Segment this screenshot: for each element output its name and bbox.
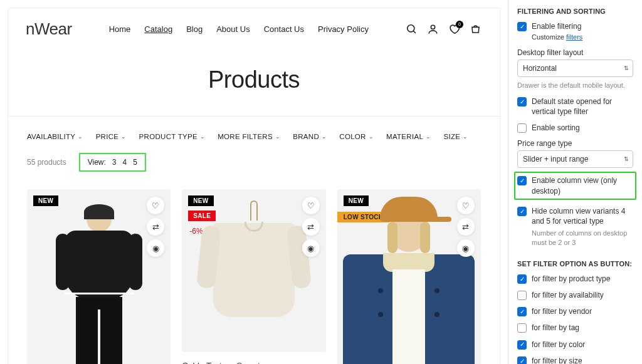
filter-bar: AVAILABILITY⌄ PRICE⌄ PRODUCT TYPE⌄ MORE … (8, 116, 500, 180)
product-card[interactable]: NEW ♡ ⇄ ◉ (27, 189, 171, 364)
setting-filter-tag[interactable]: for filter by tag (517, 323, 633, 333)
compare-icon[interactable]: ⇄ (302, 218, 320, 236)
product-count: 55 products (27, 158, 66, 167)
brand-logo[interactable]: nWear (26, 19, 72, 39)
quickview-icon[interactable]: ◉ (457, 239, 475, 257)
view-5[interactable]: 5 (133, 158, 137, 167)
chevron-down-icon: ⌄ (200, 133, 205, 140)
new-badge: NEW (188, 195, 213, 206)
checkbox-unchecked-icon[interactable] (517, 291, 527, 300)
svg-point-0 (408, 25, 414, 32)
wishlist-icon[interactable]: ♡ (147, 197, 164, 214)
view-3[interactable]: 3 (112, 158, 117, 167)
quickview-icon[interactable]: ◉ (302, 239, 320, 257)
nav-blog[interactable]: Blog (186, 24, 203, 34)
compare-icon[interactable]: ⇄ (457, 218, 475, 236)
product-image: NEW LOW STOCK ♡ (337, 189, 481, 364)
quickview-icon[interactable]: ◉ (147, 239, 164, 257)
section-title: FILTERING AND SORTING (517, 8, 633, 15)
nav-home[interactable]: Home (109, 24, 131, 34)
filter-material[interactable]: MATERIAL⌄ (386, 133, 431, 140)
compare-icon[interactable]: ⇄ (147, 218, 164, 236)
setting-filter-color[interactable]: ✓for filter by color (517, 340, 633, 350)
filter-price[interactable]: PRICE⌄ (96, 133, 127, 140)
filter-availability[interactable]: AVAILABILITY⌄ (27, 133, 83, 140)
chevron-down-icon: ⌄ (426, 133, 431, 140)
wishlist-icon[interactable]: ♡ (457, 197, 475, 214)
checkbox-unchecked-icon[interactable] (517, 323, 527, 333)
checkbox-checked-icon[interactable]: ✓ (517, 22, 527, 31)
view-label: View: (88, 158, 106, 167)
product-card[interactable]: NEW LOW STOCK ♡ (337, 189, 481, 364)
setting-hide-column-variants[interactable]: ✓ Hide column view variants 4 and 5 for … (517, 206, 633, 226)
chevron-down-icon: ⌄ (369, 133, 374, 140)
drawer-hint: Drawer is the default mobile layout. (517, 81, 633, 90)
product-card[interactable]: NEW SALE -6% ♡ ⇄ ◉ Cable Texture Sweater… (182, 189, 325, 364)
product-image: NEW ♡ ⇄ ◉ (27, 189, 171, 364)
filter-product-type[interactable]: PRODUCT TYPE⌄ (139, 133, 206, 140)
wishlist-icon[interactable]: 0 (448, 23, 461, 36)
wishlist-icon[interactable]: ♡ (302, 197, 320, 214)
desktop-layout-label: Desktop filter layout (517, 48, 633, 57)
view-switcher: View: 3 4 5 (79, 153, 146, 172)
product-image: NEW SALE -6% ♡ ⇄ ◉ (182, 189, 325, 352)
price-range-select[interactable]: Slider + input range (517, 150, 633, 168)
sale-badge: SALE (188, 211, 216, 221)
setting-filter-size[interactable]: ✓for filter by size (517, 356, 633, 364)
checkbox-checked-icon[interactable]: ✓ (517, 176, 527, 185)
filter-size[interactable]: SIZE⌄ (443, 133, 468, 140)
page-title: Products (8, 50, 500, 116)
product-grid: NEW ♡ ⇄ ◉ NEW (8, 180, 500, 364)
checkbox-checked-icon[interactable]: ✓ (517, 97, 527, 107)
highlighted-setting: ✓ Enable column view (only desktop) (514, 172, 636, 199)
settings-panel[interactable]: FILTERING AND SORTING ✓ Enable filtering… (508, 0, 642, 364)
wishlist-count: 0 (456, 21, 463, 28)
desktop-layout-select[interactable]: Horizontal (517, 60, 633, 77)
svg-point-2 (431, 25, 435, 29)
chevron-down-icon: ⌄ (121, 133, 126, 140)
filter-color[interactable]: COLOR⌄ (339, 133, 374, 140)
filter-more[interactable]: MORE FILTERS⌄ (218, 133, 280, 140)
nav-contact[interactable]: Contact Us (264, 24, 304, 34)
checkbox-checked-icon[interactable]: ✓ (517, 356, 527, 364)
section-title: SET FILTER OPTION AS BUTTON: (517, 260, 633, 268)
chevron-down-icon: ⌄ (463, 133, 468, 140)
setting-filter-vendor[interactable]: ✓for filter by vendor (517, 306, 633, 316)
search-icon[interactable] (406, 23, 418, 36)
account-icon[interactable] (427, 23, 439, 36)
storefront-preview[interactable]: nWear Home Catalog Blog About Us Contact… (0, 0, 508, 364)
hide-column-hint: Number of columns on desktop must be 2 o… (532, 229, 633, 247)
price-range-label: Price range type (517, 139, 633, 148)
setting-enable-filtering[interactable]: ✓ Enable filtering Customize filters (517, 21, 633, 42)
setting-enable-column-view[interactable]: ✓ Enable column view (only desktop) (517, 175, 633, 195)
setting-default-state[interactable]: ✓ Default state opened for vertical type… (517, 96, 633, 117)
filter-brand[interactable]: BRAND⌄ (293, 133, 327, 140)
checkbox-unchecked-icon[interactable] (517, 123, 527, 133)
top-bar: nWear Home Catalog Blog About Us Contact… (8, 8, 500, 50)
setting-filter-product-type[interactable]: ✓for filter by product type (517, 274, 633, 284)
topbar-icons: 0 (406, 23, 482, 36)
checkbox-checked-icon[interactable]: ✓ (517, 307, 527, 316)
product-title[interactable]: Cable Texture Sweater (182, 361, 325, 364)
main-nav: Home Catalog Blog About Us Contact Us Pr… (109, 24, 369, 34)
nav-about[interactable]: About Us (216, 24, 250, 34)
chevron-down-icon: ⌄ (78, 133, 83, 140)
checkbox-checked-icon[interactable]: ✓ (517, 274, 527, 284)
cart-icon[interactable] (470, 23, 482, 36)
setting-enable-sorting[interactable]: Enable sorting (517, 123, 633, 133)
chevron-down-icon: ⌄ (322, 133, 327, 140)
nav-catalog[interactable]: Catalog (144, 24, 172, 34)
setting-filter-availability[interactable]: for filter by availability (517, 290, 633, 300)
discount-badge: -6% (189, 227, 203, 236)
svg-line-1 (414, 31, 416, 33)
checkbox-checked-icon[interactable]: ✓ (517, 207, 527, 216)
customize-filters-link[interactable]: filters (566, 33, 582, 41)
nav-privacy[interactable]: Privacy Policy (318, 24, 369, 34)
new-badge: NEW (33, 195, 58, 206)
checkbox-checked-icon[interactable]: ✓ (517, 340, 527, 350)
view-4[interactable]: 4 (123, 158, 127, 167)
chevron-down-icon: ⌄ (275, 133, 280, 140)
